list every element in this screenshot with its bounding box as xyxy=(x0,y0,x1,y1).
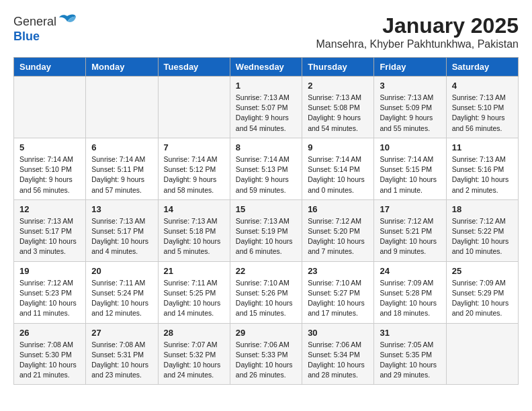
day-info: Sunrise: 7:12 AM Sunset: 5:20 PM Dayligh… xyxy=(308,216,368,257)
day-number: 10 xyxy=(380,142,440,152)
day-number: 14 xyxy=(164,204,224,214)
day-number: 6 xyxy=(91,142,152,152)
day-info: Sunrise: 7:12 AM Sunset: 5:22 PM Dayligh… xyxy=(452,216,513,257)
day-number: 27 xyxy=(91,328,152,338)
day-number: 26 xyxy=(19,328,80,338)
logo-general-text: General xyxy=(13,15,56,29)
calendar-cell: 19Sunrise: 7:12 AM Sunset: 5:23 PM Dayli… xyxy=(14,261,86,323)
calendar-cell xyxy=(86,77,158,138)
calendar-cell xyxy=(158,77,230,138)
weekday-header: Sunday xyxy=(14,58,86,77)
day-number: 15 xyxy=(236,204,296,214)
day-info: Sunrise: 7:13 AM Sunset: 5:17 PM Dayligh… xyxy=(19,216,80,257)
page-title: January 2025 xyxy=(316,13,519,38)
day-number: 20 xyxy=(91,266,152,276)
day-info: Sunrise: 7:13 AM Sunset: 5:19 PM Dayligh… xyxy=(236,216,296,257)
calendar-cell: 5Sunrise: 7:14 AM Sunset: 5:10 PM Daylig… xyxy=(14,138,86,199)
day-info: Sunrise: 7:13 AM Sunset: 5:08 PM Dayligh… xyxy=(308,93,368,134)
calendar-cell: 20Sunrise: 7:11 AM Sunset: 5:24 PM Dayli… xyxy=(86,261,158,323)
weekday-header: Thursday xyxy=(302,58,374,77)
calendar-cell: 11Sunrise: 7:13 AM Sunset: 5:16 PM Dayli… xyxy=(446,138,518,199)
day-info: Sunrise: 7:13 AM Sunset: 5:17 PM Dayligh… xyxy=(91,216,152,257)
logo-blue-text: Blue xyxy=(13,30,40,44)
day-number: 9 xyxy=(308,142,368,152)
day-number: 3 xyxy=(380,81,440,91)
day-info: Sunrise: 7:10 AM Sunset: 5:27 PM Dayligh… xyxy=(308,278,368,319)
day-info: Sunrise: 7:05 AM Sunset: 5:35 PM Dayligh… xyxy=(380,340,440,381)
day-number: 23 xyxy=(308,266,368,276)
weekday-header: Monday xyxy=(86,58,158,77)
day-number: 12 xyxy=(19,204,80,214)
day-info: Sunrise: 7:12 AM Sunset: 5:21 PM Dayligh… xyxy=(380,216,440,257)
calendar-cell: 28Sunrise: 7:07 AM Sunset: 5:32 PM Dayli… xyxy=(158,323,230,385)
day-info: Sunrise: 7:14 AM Sunset: 5:11 PM Dayligh… xyxy=(91,154,152,195)
calendar-cell: 16Sunrise: 7:12 AM Sunset: 5:20 PM Dayli… xyxy=(302,199,374,261)
day-number: 4 xyxy=(452,81,513,91)
calendar-header-row: SundayMondayTuesdayWednesdayThursdayFrid… xyxy=(14,58,519,77)
day-number: 2 xyxy=(308,81,368,91)
calendar-cell: 2Sunrise: 7:13 AM Sunset: 5:08 PM Daylig… xyxy=(302,77,374,138)
day-info: Sunrise: 7:06 AM Sunset: 5:33 PM Dayligh… xyxy=(236,340,296,381)
day-info: Sunrise: 7:11 AM Sunset: 5:25 PM Dayligh… xyxy=(164,278,224,319)
day-info: Sunrise: 7:14 AM Sunset: 5:13 PM Dayligh… xyxy=(236,154,296,195)
page-subtitle: Mansehra, Khyber Pakhtunkhwa, Pakistan xyxy=(316,38,519,50)
day-info: Sunrise: 7:08 AM Sunset: 5:30 PM Dayligh… xyxy=(19,340,80,381)
calendar-cell: 13Sunrise: 7:13 AM Sunset: 5:17 PM Dayli… xyxy=(86,199,158,261)
calendar-cell: 18Sunrise: 7:12 AM Sunset: 5:22 PM Dayli… xyxy=(446,199,518,261)
day-info: Sunrise: 7:06 AM Sunset: 5:34 PM Dayligh… xyxy=(308,340,368,381)
day-number: 1 xyxy=(236,81,296,91)
calendar-cell: 6Sunrise: 7:14 AM Sunset: 5:11 PM Daylig… xyxy=(86,138,158,199)
calendar-cell: 21Sunrise: 7:11 AM Sunset: 5:25 PM Dayli… xyxy=(158,261,230,323)
calendar-cell: 26Sunrise: 7:08 AM Sunset: 5:30 PM Dayli… xyxy=(14,323,86,385)
day-info: Sunrise: 7:12 AM Sunset: 5:23 PM Dayligh… xyxy=(19,278,80,319)
calendar-week-row: 1Sunrise: 7:13 AM Sunset: 5:07 PM Daylig… xyxy=(14,77,519,138)
calendar-cell: 24Sunrise: 7:09 AM Sunset: 5:28 PM Dayli… xyxy=(374,261,446,323)
calendar-cell: 17Sunrise: 7:12 AM Sunset: 5:21 PM Dayli… xyxy=(374,199,446,261)
day-number: 13 xyxy=(91,204,152,214)
day-info: Sunrise: 7:14 AM Sunset: 5:10 PM Dayligh… xyxy=(19,154,80,195)
day-number: 31 xyxy=(380,328,440,338)
weekday-header: Friday xyxy=(374,58,446,77)
day-info: Sunrise: 7:10 AM Sunset: 5:26 PM Dayligh… xyxy=(236,278,296,319)
day-number: 5 xyxy=(19,142,80,152)
calendar-cell: 3Sunrise: 7:13 AM Sunset: 5:09 PM Daylig… xyxy=(374,77,446,138)
logo: General Blue xyxy=(13,13,77,44)
title-block: January 2025 Mansehra, Khyber Pakhtunkhw… xyxy=(316,13,519,50)
day-info: Sunrise: 7:07 AM Sunset: 5:32 PM Dayligh… xyxy=(164,340,224,381)
calendar-week-row: 26Sunrise: 7:08 AM Sunset: 5:30 PM Dayli… xyxy=(14,323,519,385)
day-info: Sunrise: 7:09 AM Sunset: 5:29 PM Dayligh… xyxy=(452,278,513,319)
calendar-cell: 27Sunrise: 7:08 AM Sunset: 5:31 PM Dayli… xyxy=(86,323,158,385)
weekday-header: Wednesday xyxy=(230,58,302,77)
day-info: Sunrise: 7:13 AM Sunset: 5:16 PM Dayligh… xyxy=(452,154,513,195)
calendar-cell: 4Sunrise: 7:13 AM Sunset: 5:10 PM Daylig… xyxy=(446,77,518,138)
day-number: 30 xyxy=(308,328,368,338)
calendar-cell: 10Sunrise: 7:14 AM Sunset: 5:15 PM Dayli… xyxy=(374,138,446,199)
calendar-cell xyxy=(14,77,86,138)
day-info: Sunrise: 7:14 AM Sunset: 5:15 PM Dayligh… xyxy=(380,154,440,195)
page-header: General Blue January 2025 Mansehra, Khyb… xyxy=(13,13,519,50)
calendar-cell: 31Sunrise: 7:05 AM Sunset: 5:35 PM Dayli… xyxy=(374,323,446,385)
day-info: Sunrise: 7:13 AM Sunset: 5:07 PM Dayligh… xyxy=(236,93,296,134)
calendar-cell: 9Sunrise: 7:14 AM Sunset: 5:14 PM Daylig… xyxy=(302,138,374,199)
calendar-cell: 22Sunrise: 7:10 AM Sunset: 5:26 PM Dayli… xyxy=(230,261,302,323)
weekday-header: Saturday xyxy=(446,58,518,77)
day-number: 22 xyxy=(236,266,296,276)
day-info: Sunrise: 7:13 AM Sunset: 5:09 PM Dayligh… xyxy=(380,93,440,134)
calendar-cell: 30Sunrise: 7:06 AM Sunset: 5:34 PM Dayli… xyxy=(302,323,374,385)
weekday-header: Tuesday xyxy=(158,58,230,77)
day-number: 19 xyxy=(19,266,80,276)
day-info: Sunrise: 7:14 AM Sunset: 5:14 PM Dayligh… xyxy=(308,154,368,195)
day-info: Sunrise: 7:08 AM Sunset: 5:31 PM Dayligh… xyxy=(91,340,152,381)
day-number: 28 xyxy=(164,328,224,338)
calendar-cell: 23Sunrise: 7:10 AM Sunset: 5:27 PM Dayli… xyxy=(302,261,374,323)
day-number: 24 xyxy=(380,266,440,276)
calendar-week-row: 5Sunrise: 7:14 AM Sunset: 5:10 PM Daylig… xyxy=(14,138,519,199)
day-info: Sunrise: 7:13 AM Sunset: 5:18 PM Dayligh… xyxy=(164,216,224,257)
day-number: 21 xyxy=(164,266,224,276)
day-number: 8 xyxy=(236,142,296,152)
day-number: 16 xyxy=(308,204,368,214)
day-info: Sunrise: 7:11 AM Sunset: 5:24 PM Dayligh… xyxy=(91,278,152,319)
calendar-cell: 1Sunrise: 7:13 AM Sunset: 5:07 PM Daylig… xyxy=(230,77,302,138)
calendar-cell: 25Sunrise: 7:09 AM Sunset: 5:29 PM Dayli… xyxy=(446,261,518,323)
day-info: Sunrise: 7:09 AM Sunset: 5:28 PM Dayligh… xyxy=(380,278,440,319)
